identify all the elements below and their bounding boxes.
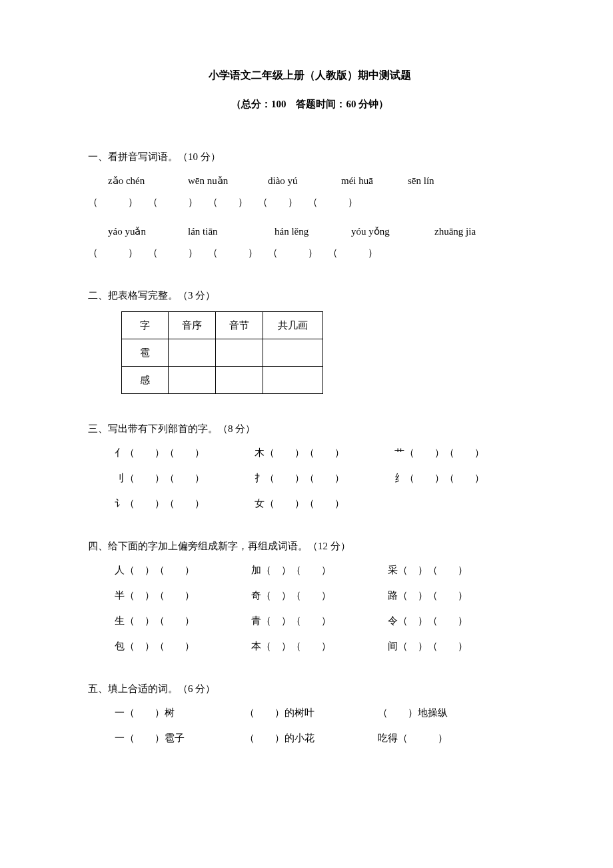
table-cell-blank xyxy=(169,339,216,366)
q5-item: 一（ ）树 xyxy=(115,705,245,721)
question-5: 五、填上合适的词。（6 分） 一（ ）树 （ ）的树叶 （ ）地操纵 一（ ）雹… xyxy=(88,681,532,746)
radical-item: 艹（ ）（ ） xyxy=(394,445,484,461)
q3-row: 刂（ ）（ ） 扌（ ）（ ） 纟（ ）（ ） xyxy=(115,470,532,486)
q4-item: 奇（ ）（ ） xyxy=(251,587,388,603)
pinyin-item: sēn lín xyxy=(408,173,481,189)
blank-parens: （ ） （ ） （ ） （ ） （ ） xyxy=(88,194,358,210)
table-header: 共几画 xyxy=(263,311,323,339)
q5-item: （ ）的小花 xyxy=(245,730,378,746)
table-cell-blank xyxy=(216,366,263,393)
blank-parens: （ ） （ ） （ ） （ ） （ ） xyxy=(88,245,378,261)
q4-heading: 四、给下面的字加上偏旁组成新字，再组成词语。（12 分） xyxy=(88,538,532,554)
table-row: 感 xyxy=(122,366,323,393)
radical-item: 刂（ ）（ ） xyxy=(115,470,255,486)
question-2: 二、把表格写完整。（3 分） 字 音序 音节 共几画 雹 感 xyxy=(88,287,532,394)
table-header: 音节 xyxy=(216,311,263,339)
pinyin-item: yáo yuǎn xyxy=(108,223,188,239)
radical-item: 讠（ ）（ ） xyxy=(115,495,255,511)
q4-item: 人（ ）（ ） xyxy=(115,562,251,578)
radical-item: 女（ ）（ ） xyxy=(255,495,394,511)
pinyin-item: yóu yǒng xyxy=(351,223,434,239)
q4-item: 生（ ）（ ） xyxy=(115,613,251,629)
q4-item: 间（ ）（ ） xyxy=(388,638,468,654)
radical-item: 木（ ）（ ） xyxy=(255,445,394,461)
page-subtitle: （总分：100 答题时间：60 分钟） xyxy=(88,96,532,112)
pinyin-item: hán lěng xyxy=(275,223,351,239)
q1-pinyin-row-1: zǎo chén wēn nuǎn diào yú méi huā sēn lí… xyxy=(108,173,532,189)
q5-item: （ ）的树叶 xyxy=(245,705,378,721)
q4-row: 半（ ）（ ） 奇（ ）（ ） 路（ ）（ ） xyxy=(115,587,532,603)
pinyin-item: wēn nuǎn xyxy=(188,173,268,189)
q4-row: 人（ ）（ ） 加（ ）（ ） 采（ ）（ ） xyxy=(115,562,532,578)
pinyin-item: méi huā xyxy=(341,173,408,189)
radical-item: 亻（ ）（ ） xyxy=(115,445,255,461)
q4-row: 包（ ）（ ） 本（ ）（ ） 间（ ）（ ） xyxy=(115,638,532,654)
question-4: 四、给下面的字加上偏旁组成新字，再组成词语。（12 分） 人（ ）（ ） 加（ … xyxy=(88,538,532,654)
table-row: 字 音序 音节 共几画 xyxy=(122,311,323,339)
q1-blank-row-1: （ ） （ ） （ ） （ ） （ ） xyxy=(88,194,532,210)
table-cell-blank xyxy=(263,366,323,393)
radical-item: 纟（ ）（ ） xyxy=(394,470,484,486)
q3-row: 讠（ ）（ ） 女（ ）（ ） xyxy=(115,495,532,511)
q4-item: 半（ ）（ ） xyxy=(115,587,251,603)
pinyin-item: zhuāng jia xyxy=(434,223,514,239)
q4-row: 生（ ）（ ） 青（ ）（ ） 令（ ）（ ） xyxy=(115,613,532,629)
q2-table: 字 音序 音节 共几画 雹 感 xyxy=(121,311,323,394)
q4-item: 路（ ）（ ） xyxy=(388,587,468,603)
radical-item: 扌（ ）（ ） xyxy=(255,470,394,486)
q4-item: 本（ ）（ ） xyxy=(251,638,388,654)
question-3: 三、写出带有下列部首的字。（8 分） 亻（ ）（ ） 木（ ）（ ） 艹（ ）（… xyxy=(88,421,532,511)
table-cell-blank xyxy=(216,339,263,366)
q3-heading: 三、写出带有下列部首的字。（8 分） xyxy=(88,421,532,437)
q4-item: 采（ ）（ ） xyxy=(388,562,468,578)
q1-pinyin-row-2: yáo yuǎn lán tiān hán lěng yóu yǒng zhuā… xyxy=(108,223,532,239)
q5-item: 一（ ）雹子 xyxy=(115,730,245,746)
q5-row: 一（ ）雹子 （ ）的小花 吃得（ ） xyxy=(115,730,532,746)
table-header: 音序 xyxy=(169,311,216,339)
q3-row: 亻（ ）（ ） 木（ ）（ ） 艹（ ）（ ） xyxy=(115,445,532,461)
q4-item: 包（ ）（ ） xyxy=(115,638,251,654)
table-cell-blank xyxy=(263,339,323,366)
pinyin-item: zǎo chén xyxy=(108,173,188,189)
q4-item: 青（ ）（ ） xyxy=(251,613,388,629)
q4-item: 加（ ）（ ） xyxy=(251,562,388,578)
pinyin-item: diào yú xyxy=(268,173,341,189)
question-1: 一、看拼音写词语。（10 分） zǎo chén wēn nuǎn diào y… xyxy=(88,149,532,261)
table-cell-blank xyxy=(169,366,216,393)
table-row: 雹 xyxy=(122,339,323,366)
q5-row: 一（ ）树 （ ）的树叶 （ ）地操纵 xyxy=(115,705,532,721)
page-title: 小学语文二年级上册（人教版）期中测试题 xyxy=(88,67,532,84)
q2-heading: 二、把表格写完整。（3 分） xyxy=(88,287,532,303)
table-cell: 感 xyxy=(122,366,169,393)
q1-heading: 一、看拼音写词语。（10 分） xyxy=(88,149,532,165)
q5-item: 吃得（ ） xyxy=(378,730,448,746)
table-header: 字 xyxy=(122,311,169,339)
q4-item: 令（ ）（ ） xyxy=(388,613,468,629)
q5-heading: 五、填上合适的词。（6 分） xyxy=(88,681,532,697)
pinyin-item: lán tiān xyxy=(188,223,275,239)
q1-blank-row-2: （ ） （ ） （ ） （ ） （ ） xyxy=(88,245,532,261)
table-cell: 雹 xyxy=(122,339,169,366)
q5-item: （ ）地操纵 xyxy=(378,705,448,721)
